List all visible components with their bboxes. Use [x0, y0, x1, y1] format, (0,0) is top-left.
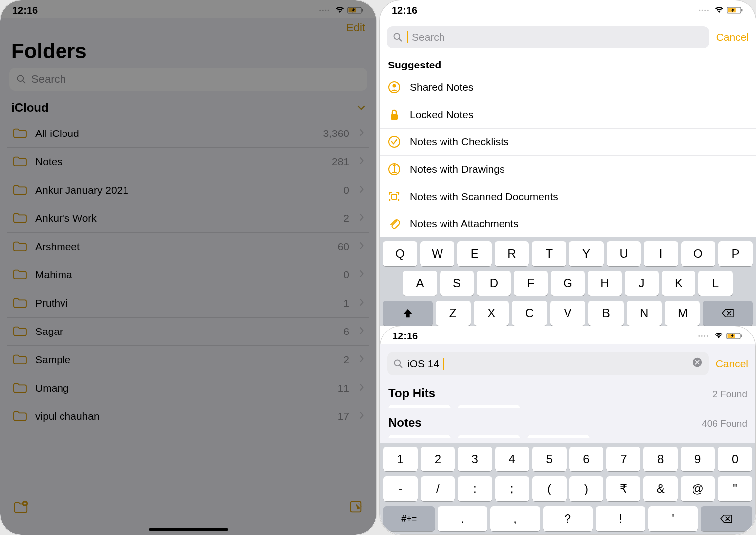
key-punct[interactable]: ' [648, 506, 698, 531]
key-4[interactable]: 4 [495, 447, 529, 471]
key-:[interactable]: : [458, 476, 492, 501]
page-title: Folders [0, 37, 376, 68]
key-f[interactable]: F [514, 271, 548, 296]
key-r[interactable]: R [495, 241, 529, 266]
key-a[interactable]: A [403, 271, 437, 296]
mode-symbols-key[interactable]: #+= [383, 506, 435, 531]
cancel-button[interactable]: Cancel [716, 358, 748, 370]
wifi-icon [713, 331, 724, 341]
new-note-button[interactable] [348, 499, 363, 516]
key-0[interactable]: 0 [718, 447, 752, 471]
suggested-item[interactable]: Shared Notes [380, 74, 756, 101]
folder-row[interactable]: Sagar 6 [7, 318, 369, 346]
key-w[interactable]: W [420, 241, 454, 266]
suggested-item[interactable]: Notes with Drawings [380, 156, 756, 183]
key-v[interactable]: V [550, 301, 585, 326]
folder-label: Arshmeet [35, 241, 330, 253]
folder-row[interactable]: All iCloud 3,360 [7, 120, 369, 148]
key-x[interactable]: X [474, 301, 509, 326]
key-j[interactable]: J [625, 271, 659, 296]
key-₹[interactable]: ₹ [606, 476, 640, 501]
key-2[interactable]: 2 [421, 447, 455, 471]
key-y[interactable]: Y [569, 241, 603, 266]
folder-count: 17 [338, 410, 349, 422]
search-input[interactable]: Search [387, 26, 709, 48]
delete-key[interactable] [701, 506, 752, 531]
edit-button[interactable]: Edit [0, 18, 376, 37]
suggested-label: Notes with Checklists [410, 136, 509, 148]
key-5[interactable]: 5 [532, 447, 567, 471]
key-z[interactable]: Z [436, 301, 471, 326]
search-placeholder: Search [31, 73, 66, 86]
folder-row[interactable]: Umang 11 [7, 374, 369, 402]
note-thumbnail: https://www.apple.com/iOS-14-new-to-MT14… [388, 435, 451, 438]
key-c[interactable]: C [512, 301, 547, 326]
key-e[interactable]: E [457, 241, 492, 266]
key-d[interactable]: D [477, 271, 511, 296]
key-3[interactable]: 3 [458, 447, 492, 471]
clear-search-button[interactable] [692, 357, 703, 370]
chevron-right-icon [359, 270, 364, 280]
key-punct[interactable]: . [438, 506, 487, 531]
key-p[interactable]: P [718, 241, 753, 266]
folder-count: 0 [343, 269, 349, 281]
delete-key[interactable] [703, 301, 753, 326]
folder-icon [12, 240, 27, 254]
cancel-button[interactable]: Cancel [716, 31, 749, 43]
suggested-item[interactable]: Notes with Attachments [380, 210, 756, 237]
new-folder-button[interactable] [13, 499, 28, 516]
key-9[interactable]: 9 [681, 447, 715, 471]
chevron-right-icon [359, 129, 364, 138]
key-punct[interactable]: ! [596, 506, 645, 531]
key-l[interactable]: L [698, 271, 733, 296]
suggested-item[interactable]: Notes with Scanned Documents [380, 183, 756, 210]
key-n[interactable]: N [627, 301, 662, 326]
key-q[interactable]: Q [383, 241, 417, 266]
folder-label: Ankur's Work [35, 212, 335, 224]
svg-point-15 [389, 136, 400, 147]
folder-row[interactable]: Mahima 0 [7, 261, 369, 289]
key-s[interactable]: S [440, 271, 474, 296]
folder-row[interactable]: vipul chauhan 17 [7, 402, 369, 430]
key-)[interactable]: ) [569, 476, 604, 501]
key-o[interactable]: O [681, 241, 715, 266]
key-m[interactable]: M [665, 301, 700, 326]
folder-row[interactable]: Ankur's Work 2 [7, 204, 369, 233]
key-punct[interactable]: ? [543, 506, 593, 531]
key-t[interactable]: T [532, 241, 566, 266]
search-input[interactable]: iOS 14 [387, 352, 709, 375]
key-"[interactable]: " [718, 476, 752, 501]
suggested-item[interactable]: Notes with Checklists [380, 129, 756, 156]
key-;[interactable]: ; [495, 476, 529, 501]
shift-key[interactable] [383, 301, 433, 326]
key--[interactable]: - [383, 476, 418, 501]
folder-row[interactable]: Arshmeet 60 [7, 233, 369, 261]
home-indicator[interactable] [149, 528, 228, 531]
key-6[interactable]: 6 [569, 447, 604, 471]
key-u[interactable]: U [607, 241, 641, 266]
folder-list: All iCloud 3,360 Notes 281 Ankur January… [7, 120, 369, 492]
suggested-item[interactable]: Locked Notes [380, 101, 756, 129]
suggested-label: Notes with Attachments [410, 218, 518, 230]
key-k[interactable]: K [662, 271, 696, 296]
key-/[interactable]: / [421, 476, 455, 501]
search-input[interactable]: Search [9, 68, 367, 91]
key-8[interactable]: 8 [643, 447, 678, 471]
key-7[interactable]: 7 [606, 447, 640, 471]
folder-row[interactable]: Sample 2 [7, 346, 369, 374]
svg-point-13 [393, 84, 396, 88]
key-b[interactable]: B [588, 301, 624, 326]
key-1[interactable]: 1 [383, 447, 418, 471]
key-h[interactable]: H [588, 271, 622, 296]
key-punct[interactable]: , [490, 506, 540, 531]
key-&[interactable]: & [643, 476, 678, 501]
folder-row[interactable]: Pruthvi 1 [7, 289, 369, 318]
key-([interactable]: ( [532, 476, 567, 501]
key-g[interactable]: G [551, 271, 585, 296]
folder-row[interactable]: Notes 281 [7, 148, 369, 176]
folder-icon [12, 211, 27, 225]
key-i[interactable]: I [644, 241, 678, 266]
key-@[interactable]: @ [681, 476, 715, 501]
section-header-icloud[interactable]: iCloud [0, 98, 376, 120]
folder-row[interactable]: Ankur January 2021 0 [7, 176, 369, 204]
